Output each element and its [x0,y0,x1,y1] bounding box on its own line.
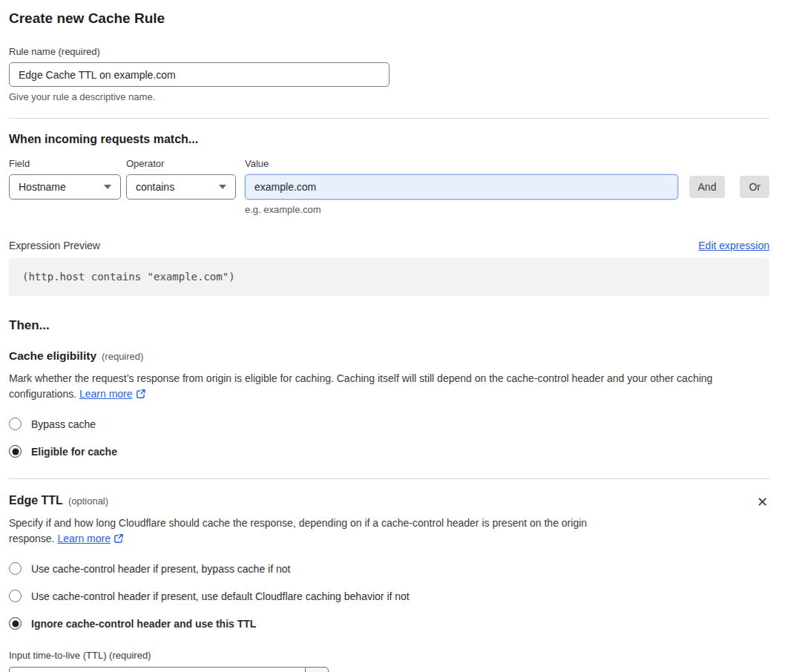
expression-code: (http.host contains "example.com") [9,258,769,296]
radio-label: Ignore cache-control header and use this… [31,618,256,630]
radio-label: Use cache-control header if present, byp… [31,563,290,575]
radio-eligible-for-cache[interactable]: Eligible for cache [9,445,769,458]
edge-ttl-header: Edge TTL (optional) ✕ [9,494,769,510]
edge-ttl-title: Edge TTL [9,494,63,507]
edge-ttl-learn-more-link[interactable]: Learn more [57,533,111,544]
cache-eligibility-title: Cache eligibility [9,349,96,363]
radio-use-cache-control-default[interactable]: Use cache-control header if present, use… [9,590,769,602]
match-row: Field Hostname Operator contains Value A… [9,158,769,200]
field-label: Field [9,158,121,169]
radio-bypass-cache[interactable]: Bypass cache [9,418,769,430]
cache-eligibility-learn-more-link[interactable]: Learn more [79,388,133,400]
and-button[interactable]: And [689,176,726,198]
rule-name-helper: Give your rule a descriptive name. [9,91,769,102]
ttl-dropdown-button[interactable] [305,667,329,672]
radio-checked-icon [9,445,22,458]
radio-unchecked-icon [9,418,22,430]
operator-select[interactable]: contains [126,174,236,200]
radio-unchecked-icon [9,562,22,575]
ttl-select[interactable]: 1 day [9,667,329,672]
radio-label: Bypass cache [31,418,96,430]
value-label: Value [245,158,678,169]
edge-ttl-title-row: Edge TTL (optional) [9,494,108,507]
value-input[interactable] [245,174,678,200]
or-button[interactable]: Or [740,176,769,198]
cache-eligibility-header: Cache eligibility (required) [9,349,769,363]
field-select[interactable]: Hostname [9,174,121,200]
andor-buttons: And Or [689,176,769,198]
divider [9,118,769,119]
radio-checked-icon [9,617,22,630]
close-icon[interactable]: ✕ [755,494,769,510]
rule-name-label: Rule name (required) [9,46,769,57]
edit-expression-link[interactable]: Edit expression [698,240,769,251]
cache-eligibility-description: Mark whether the request’s response from… [9,371,769,403]
edge-ttl-description: Specify if and how long Cloudflare shoul… [9,515,626,548]
value-helper: e.g. example.com [245,204,769,215]
cache-eligibility-options: Bypass cache Eligible for cache [9,418,769,458]
ttl-select-value: 1 day [9,667,305,672]
divider [9,478,769,479]
external-link-icon [114,533,124,548]
radio-label: Eligible for cache [31,446,117,458]
operator-select-value: contains [136,181,174,193]
match-heading: When incoming requests match... [9,133,769,146]
page-title: Create new Cache Rule [9,0,769,26]
ttl-block: Input time-to-live (TTL) (required) 1 da… [9,650,769,672]
chevron-down-icon [104,185,111,189]
then-heading: Then... [9,318,769,333]
ttl-label: Input time-to-live (TTL) (required) [9,650,769,661]
rule-name-input[interactable] [9,62,390,87]
radio-use-cache-control-bypass[interactable]: Use cache-control header if present, byp… [9,562,769,575]
operator-column: Operator contains [126,158,236,200]
cache-eligibility-qualifier: (required) [102,351,143,362]
radio-unchecked-icon [9,590,22,602]
edge-ttl-options: Use cache-control header if present, byp… [9,562,769,630]
expression-row: Expression Preview Edit expression [9,240,769,251]
external-link-icon [136,388,146,403]
rule-name-block: Rule name (required) Give your rule a de… [9,46,769,102]
operator-label: Operator [126,158,236,169]
expression-preview-label: Expression Preview [9,240,100,251]
value-column: Value [245,158,678,200]
cache-rule-form: Create new Cache Rule Rule name (require… [9,0,769,672]
radio-ignore-cache-control[interactable]: Ignore cache-control header and use this… [9,617,769,630]
chevron-down-icon [219,185,226,189]
edge-ttl-qualifier: (optional) [68,495,108,507]
field-select-value: Hostname [19,181,66,193]
field-column: Field Hostname [9,158,121,200]
radio-label: Use cache-control header if present, use… [31,590,410,602]
